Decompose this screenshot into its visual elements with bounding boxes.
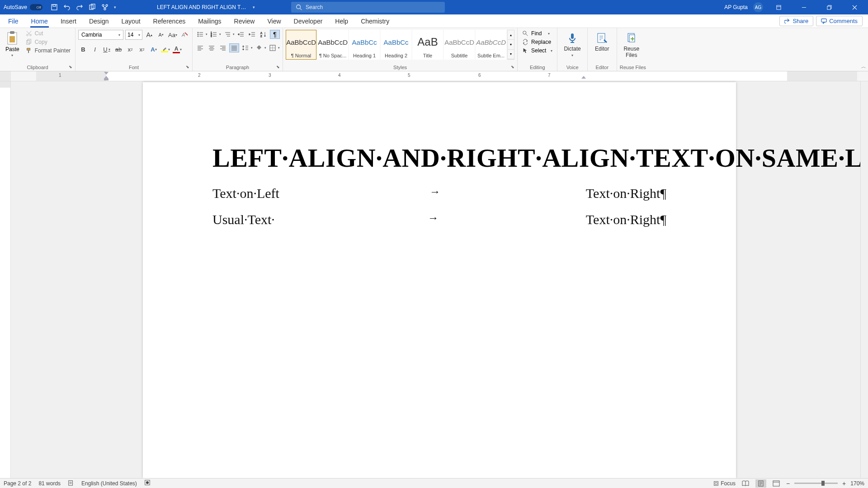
strikethrough-button[interactable]: ab [113,44,123,54]
document-line-2[interactable]: Usual·Text· → Text·on·Right¶ [212,212,666,227]
show-marks-button[interactable]: ¶ [270,30,280,39]
style-heading1[interactable]: AaBbCcHeading 1 [349,30,380,60]
tab-layout[interactable]: Layout [115,14,147,28]
style-normal[interactable]: AaBbCcD¶ Normal [286,30,316,60]
tab-home[interactable]: Home [25,14,54,28]
ruler-vertical[interactable] [0,81,11,478]
change-case-button[interactable]: Aa▾ [168,30,178,40]
style-subtitle[interactable]: AaBbCcDSubtitle [444,30,475,60]
ribbon-display-button[interactable] [769,0,788,14]
zoom-level[interactable]: 170% [850,480,864,487]
line-spacing-button[interactable] [241,43,250,52]
reuse-files-button[interactable]: Reuse Files [620,30,643,61]
decrease-indent-button[interactable] [236,30,246,39]
status-spellcheck-icon[interactable] [68,479,74,487]
paragraph-launcher[interactable]: ⬊ [275,65,281,70]
sort-button[interactable]: AZ [259,30,269,39]
clipboard-launcher[interactable]: ⬊ [68,65,73,70]
autosave-toggle[interactable]: AutoSave Off [0,4,46,10]
tab-help[interactable]: Help [329,14,354,28]
italic-button[interactable]: I [90,44,100,54]
font-color-button[interactable]: A▾ [172,44,182,54]
style-subtle-emphasis[interactable]: AaBbCcDSubtle Em... [476,30,506,60]
search-box[interactable]: Search [291,2,445,13]
zoom-in-button[interactable]: + [842,480,846,487]
text-effects-button[interactable]: A▾ [149,44,159,54]
shrink-font-button[interactable]: A▾ [156,30,166,40]
status-page[interactable]: Page 2 of 2 [4,480,31,487]
replace-button[interactable]: Replace [520,38,554,46]
share-button[interactable]: Share [779,16,813,26]
tab-view[interactable]: View [261,14,287,28]
tab-review[interactable]: Review [228,14,261,28]
tab-mailings[interactable]: Mailings [192,14,227,28]
cut-button[interactable]: Cut [24,30,72,37]
page-scroll[interactable]: LEFT·ALIGN·AND·RIGHT·ALIGN·TEXT·ON·SAME·… [11,81,868,478]
align-left-button[interactable] [195,43,205,52]
tab-file[interactable]: File [2,14,25,28]
copy-button[interactable]: Copy [24,38,72,46]
dictate-button[interactable]: Dictate ▾ [560,30,584,59]
select-button[interactable]: Select▾ [520,47,554,54]
superscript-button[interactable]: x2 [137,44,147,54]
styles-launcher[interactable]: ⬊ [510,65,515,70]
subscript-button[interactable]: x2 [125,44,135,54]
multilevel-button[interactable] [222,30,232,39]
styles-scroll[interactable]: ▴▾▾ [507,30,514,60]
left-indent-marker[interactable] [104,76,108,80]
title-dropdown-icon[interactable]: ▾ [253,5,255,9]
qat-customize-icon[interactable]: ▾ [114,5,116,9]
zoom-out-button[interactable]: − [786,480,790,487]
align-right-button[interactable] [218,43,228,52]
ruler-horizontal[interactable]: 1 2 3 4 5 6 7 [0,71,868,81]
numbering-button[interactable]: 123 [209,30,219,39]
font-launcher[interactable]: ⬊ [185,65,190,70]
format-painter-button[interactable]: Format Painter [24,47,72,54]
tab-design[interactable]: Design [83,14,115,28]
print-layout-button[interactable] [755,479,766,488]
document-line-1[interactable]: Text·on·Left → Text·on·Right¶ [212,186,666,201]
tab-developer[interactable]: Developer [288,14,329,28]
document-heading[interactable]: LEFT·ALIGN·AND·RIGHT·ALIGN·TEXT·ON·SAME·… [212,141,666,175]
style-title[interactable]: AaBTitle [412,30,443,60]
collapse-ribbon-icon[interactable]: ︿ [861,63,866,70]
editor-button[interactable]: Editor [590,30,614,54]
maximize-button[interactable] [819,0,839,14]
zoom-slider[interactable] [794,483,838,484]
undo-icon[interactable] [63,4,71,11]
close-button[interactable] [844,0,864,14]
clear-formatting-button[interactable]: A [179,30,189,40]
font-name-combo[interactable]: Cambria▾ [78,30,123,40]
read-mode-button[interactable] [740,479,751,488]
user-name[interactable]: AP Gupta [724,4,748,10]
save-icon[interactable] [51,4,58,11]
underline-button[interactable]: U▾ [102,44,112,54]
web-layout-button[interactable] [771,479,782,488]
increase-indent-button[interactable] [247,30,257,39]
document-page[interactable]: LEFT·ALIGN·AND·RIGHT·ALIGN·TEXT·ON·SAME·… [143,82,736,478]
font-size-combo[interactable]: 14▾ [125,30,142,40]
status-macro-icon[interactable] [144,479,151,487]
status-language[interactable]: English (United States) [81,480,137,487]
tab-insert[interactable]: Insert [54,14,83,28]
redo-icon[interactable] [76,4,83,11]
bold-button[interactable]: B [78,44,88,54]
bullets-button[interactable] [195,30,205,39]
user-avatar[interactable]: AG [753,2,763,12]
style-heading2[interactable]: AaBbCcHeading 2 [381,30,411,60]
justify-button[interactable] [229,43,239,52]
borders-button[interactable] [268,43,278,52]
highlight-button[interactable]: ▾ [160,44,170,54]
shading-button[interactable] [254,43,264,52]
grow-font-button[interactable]: A▴ [144,30,154,40]
right-indent-marker[interactable] [581,76,586,80]
style-no-spacing[interactable]: AaBbCcD¶ No Spac... [317,30,348,60]
status-words[interactable]: 81 words [38,480,61,487]
paste-button[interactable]: Paste ▾ [3,30,22,58]
qat-icon-4[interactable] [89,4,96,11]
tab-references[interactable]: References [147,14,192,28]
comments-button[interactable]: Comments [816,16,863,26]
align-center-button[interactable] [207,43,217,52]
minimize-button[interactable] [794,0,814,14]
autosave-switch[interactable]: Off [30,4,42,10]
